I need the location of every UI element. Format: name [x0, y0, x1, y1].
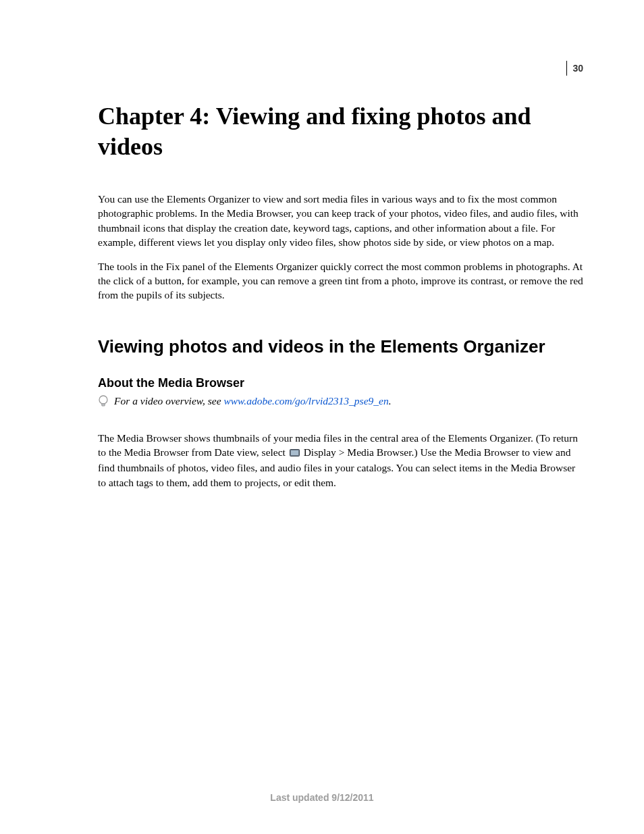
video-overview-link[interactable]: www.adobe.com/go/lrvid2313_pse9_en — [223, 395, 388, 407]
tip-text: For a video overview, see www.adobe.com/… — [114, 394, 392, 408]
body-paragraph-1: The Media Browser shows thumbnails of yo… — [98, 431, 583, 490]
tip-suffix: . — [389, 395, 392, 407]
subsection-title: About the Media Browser — [98, 376, 583, 390]
intro-paragraph-1: You can use the Elements Organizer to vi… — [98, 192, 583, 250]
lightbulb-icon — [98, 394, 109, 412]
tip-row: For a video overview, see www.adobe.com/… — [98, 394, 583, 412]
tip-prefix: For a video overview, see — [114, 395, 223, 407]
display-icon — [290, 446, 300, 461]
page-number: 30 — [566, 61, 583, 76]
section-title: Viewing photos and videos in the Element… — [98, 336, 583, 357]
intro-paragraph-2: The tools in the Fix panel of the Elemen… — [98, 259, 583, 303]
document-page: 30 Chapter 4: Viewing and fixing photos … — [0, 0, 644, 834]
svg-rect-3 — [291, 450, 298, 455]
svg-point-0 — [99, 396, 107, 404]
footer-last-updated: Last updated 9/12/2011 — [0, 792, 644, 803]
chapter-title: Chapter 4: Viewing and fixing photos and… — [98, 101, 583, 162]
